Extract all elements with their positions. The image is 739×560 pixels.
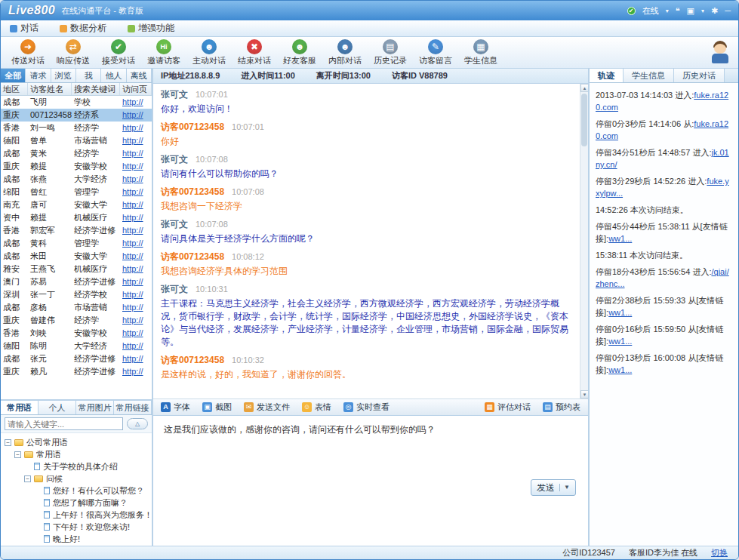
visitor-row[interactable]: 深圳张一丁经济学校http:// [1, 288, 152, 301]
scroll-down-icon[interactable]: ▼ [580, 390, 588, 398]
track-entry-link[interactable]: ww1... [608, 365, 632, 374]
phrase-tree-item[interactable]: −问候 [1, 472, 152, 485]
minimize-icon[interactable]: ─ [725, 6, 731, 15]
visited-page-link[interactable]: http:// [120, 301, 152, 314]
accept-chat-button[interactable]: ✔接受对话 [96, 39, 141, 66]
agent-avatar[interactable] [710, 41, 731, 65]
phrase-tree-item[interactable]: 上午好！很高兴为您服务！ [1, 509, 152, 521]
appointment-form-button[interactable]: ▤预约表 [543, 402, 580, 413]
visited-page-link[interactable]: http:// [120, 263, 152, 275]
menu-item-chat[interactable]: 对话 [10, 22, 38, 35]
phrase-tab-common[interactable]: 常用语 [1, 401, 38, 414]
visitor-row[interactable]: 成都彦杨市场营销http:// [1, 301, 152, 314]
visitor-tab-others[interactable]: 他人 [101, 69, 126, 82]
visited-page-link[interactable]: http:// [120, 134, 152, 147]
visitor-row[interactable]: 成都黄米经济学http:// [1, 147, 152, 160]
tree-expander-icon[interactable]: − [5, 439, 11, 446]
visited-page-link[interactable]: http:// [120, 160, 152, 173]
settings-gear-icon[interactable]: ✱ [711, 6, 718, 16]
reply-input[interactable]: 这是我们应该做的，感谢你的咨询，请问还有什么可以帮到你的吗？ [164, 423, 577, 469]
column-header-region[interactable]: 地区 [1, 83, 28, 95]
phrase-tree-item[interactable]: −常用语 [1, 448, 152, 460]
visited-page-link[interactable]: http:// [120, 122, 152, 134]
visitor-row[interactable]: 香港郭宏军经济学进修http:// [1, 224, 152, 237]
internal-chat-button[interactable]: ☻内部对话 [322, 39, 368, 66]
emoticon-button[interactable]: ☺表情 [302, 402, 331, 413]
visited-page-link[interactable]: http:// [120, 327, 152, 340]
visitor-tab-requests[interactable]: 请求 [26, 69, 51, 82]
screenshot-button[interactable]: ▣截图 [202, 402, 232, 413]
tab-student-info[interactable]: 学生信息 [624, 69, 674, 82]
visitor-row[interactable]: 德阳曾单市场营销http:// [1, 134, 152, 147]
phrase-search-input[interactable] [5, 417, 123, 430]
chat-scrollbar[interactable]: ▲ ▼ [580, 84, 588, 398]
collapse-button[interactable]: △ [127, 418, 148, 429]
visited-page-link[interactable]: http:// [120, 340, 152, 352]
status-dropdown-icon[interactable]: ▾ [666, 8, 669, 14]
visitor-row[interactable]: 重庆赖凡经济学进修http:// [1, 365, 152, 378]
visitor-row[interactable]: 重庆赖提安徽学校http:// [1, 160, 152, 173]
menu-item-enhanced-features[interactable]: 增强功能 [128, 22, 174, 35]
visited-page-link[interactable]: http:// [120, 288, 152, 301]
visitor-tab-browsing[interactable]: 浏览 [51, 69, 76, 82]
scrollbar-thumb[interactable] [581, 94, 587, 146]
column-header-visited-page[interactable]: 访问页 [120, 83, 152, 95]
phrase-tree-item[interactable]: 您好！有什么可以帮您？ [1, 485, 152, 497]
font-button[interactable]: A字体 [161, 402, 190, 413]
phrase-tree-item[interactable]: 关于学校的具体介绍 [1, 460, 152, 472]
visitor-row[interactable]: 香港刘映安徽学校http:// [1, 327, 152, 340]
phrase-tree-item[interactable]: 晚上好! [1, 533, 152, 545]
visitor-row[interactable]: 香港刘一鸣经济学http:// [1, 122, 152, 134]
phrase-tree-item[interactable]: −公司常用语 [1, 436, 152, 448]
visitor-row[interactable]: 资中赖提机械医疗http:// [1, 211, 152, 224]
scroll-up-icon[interactable]: ▲ [580, 84, 588, 92]
visitor-row[interactable]: 成都飞明学校http:// [1, 96, 152, 109]
more-dropdown-icon[interactable]: ▾ [701, 8, 704, 14]
visited-page-link[interactable]: http:// [120, 186, 152, 198]
rate-chat-button[interactable]: ▦评估对话 [485, 402, 531, 413]
visitor-row[interactable]: 澳门苏易经济学进修http:// [1, 275, 152, 288]
column-header-visitor-name[interactable]: 访客姓名 [28, 83, 72, 95]
visited-page-link[interactable]: http:// [120, 314, 152, 327]
history-button[interactable]: ▤历史记录 [368, 39, 413, 66]
visitor-row[interactable]: 南充唐可安徽大学http:// [1, 198, 152, 211]
switch-status-link[interactable]: 切换 [711, 547, 728, 558]
phrase-tab-images[interactable]: 常用图片 [76, 401, 114, 414]
visitor-row[interactable]: 雅安王燕飞机械医疗http:// [1, 263, 152, 275]
send-options-caret-icon[interactable]: ▼ [559, 484, 570, 491]
visitor-row[interactable]: 成都黄科管理学http:// [1, 237, 152, 250]
send-button[interactable]: 发送 ▼ [531, 479, 576, 496]
visitor-row[interactable]: 重庆曾建伟经济学http:// [1, 314, 152, 327]
visitor-row[interactable]: 德阳陈明大学经济http:// [1, 340, 152, 352]
visitor-tab-offline[interactable]: 离线 [127, 69, 152, 82]
visited-page-link[interactable]: http:// [120, 250, 152, 263]
visitor-row[interactable]: 重庆007123458经济系http:// [1, 109, 152, 122]
friend-agent-button[interactable]: ☻好友客服 [277, 39, 322, 66]
visited-page-link[interactable]: http:// [120, 198, 152, 211]
visited-page-link[interactable]: http:// [120, 224, 152, 237]
visited-page-link[interactable]: http:// [120, 147, 152, 160]
visitor-row[interactable]: 成都张元经济学进修http:// [1, 352, 152, 365]
phrase-tree-item[interactable]: 您想了解哪方面嘛？ [1, 497, 152, 509]
live-view-button[interactable]: ◎实时查看 [343, 402, 390, 413]
tab-track[interactable]: 轨迹 [590, 69, 624, 82]
visitor-tab-mine[interactable]: 我 [76, 69, 101, 82]
panel-layout-icon[interactable]: ▣ [687, 6, 694, 16]
phrase-tab-personal[interactable]: 个人 [38, 401, 76, 414]
visited-page-link[interactable]: http:// [120, 365, 152, 378]
visited-page-link[interactable]: http:// [120, 96, 152, 109]
track-entry-link[interactable]: ww1... [608, 234, 632, 243]
visited-page-link[interactable]: http:// [120, 237, 152, 250]
column-header-search-keyword[interactable]: 搜索关键词 [72, 83, 120, 95]
visitor-row[interactable]: 绵阳曾红管理学http:// [1, 186, 152, 198]
send-file-button[interactable]: ✉发送文件 [244, 402, 290, 413]
visitor-tab-all[interactable]: 全部 [1, 69, 26, 82]
menu-item-data-analysis[interactable]: 数据分析 [60, 22, 106, 35]
student-info-button[interactable]: ▦学生信息 [458, 39, 503, 66]
track-entry-link[interactable]: ww1... [608, 308, 632, 317]
visited-page-link[interactable]: http:// [120, 173, 152, 186]
chat-bubble-icon[interactable]: ❝ [676, 6, 680, 16]
transfer-chat-button[interactable]: ➜传送对话 [5, 39, 51, 66]
visitor-row[interactable]: 成都张燕大学经济http:// [1, 173, 152, 186]
tab-history-chat[interactable]: 历史对话 [674, 69, 725, 82]
